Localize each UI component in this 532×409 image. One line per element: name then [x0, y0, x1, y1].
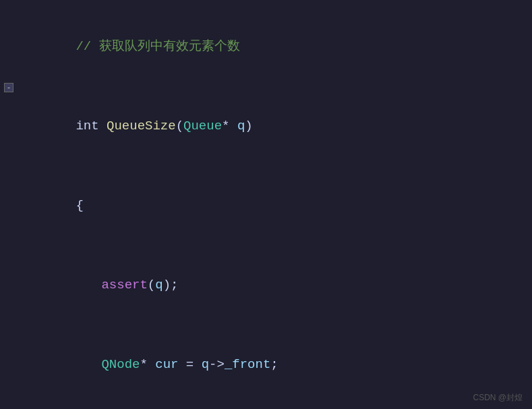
- qnode-arrow: ->: [209, 357, 225, 372]
- code-qnode: QNode* cur = q->_front;: [24, 326, 532, 403]
- qnode-front: _front: [225, 357, 270, 372]
- watermark: CSDN @封煌: [473, 392, 523, 404]
- code-comment: // 获取队列中有效元素个数: [24, 8, 532, 85]
- assert-paren-close: );: [163, 278, 179, 292]
- qnode-q: q: [202, 357, 209, 372]
- code-editor: // 获取队列中有效元素个数 - int QueueSize(Queue* q)…: [0, 0, 532, 409]
- paren-open: (: [176, 119, 183, 133]
- param-type: Queue: [183, 119, 222, 133]
- assert-keyword: assert: [101, 278, 147, 292]
- keyword-int: int: [76, 119, 107, 133]
- qnode-type: QNode: [101, 357, 140, 372]
- star-param: *: [222, 119, 237, 133]
- qnode-eq: =: [178, 357, 201, 372]
- code-open-brace-1: {: [24, 167, 532, 244]
- qnode-cur: cur: [155, 357, 178, 372]
- func-name: QueueSize: [107, 119, 176, 133]
- brace-open-outer: {: [76, 198, 83, 213]
- code-int-cnt: int cnt = 0;: [24, 406, 532, 409]
- qnode-semi: ;: [270, 357, 278, 372]
- assert-paren-open: (: [148, 278, 155, 292]
- code-line-assert: assert(q);: [0, 245, 532, 325]
- assert-arg: q: [155, 278, 162, 292]
- qnode-star: *: [140, 357, 155, 372]
- code-line-int-cnt: int cnt = 0;: [0, 404, 532, 409]
- collapse-func-btn[interactable]: -: [4, 83, 13, 92]
- param-q: q: [237, 119, 245, 133]
- code-line-qnode: QNode* cur = q->_front;: [0, 325, 532, 404]
- code-func-decl: int QueueSize(Queue* q): [24, 88, 532, 164]
- code-line-func-decl: - int QueueSize(Queue* q): [0, 86, 532, 166]
- code-line-open-brace-1: {: [0, 166, 532, 245]
- code-assert: assert(q);: [24, 247, 532, 323]
- code-line-comment: // 获取队列中有效元素个数: [0, 7, 532, 86]
- paren-close: ): [245, 119, 252, 133]
- comment-text: // 获取队列中有效元素个数: [76, 39, 239, 54]
